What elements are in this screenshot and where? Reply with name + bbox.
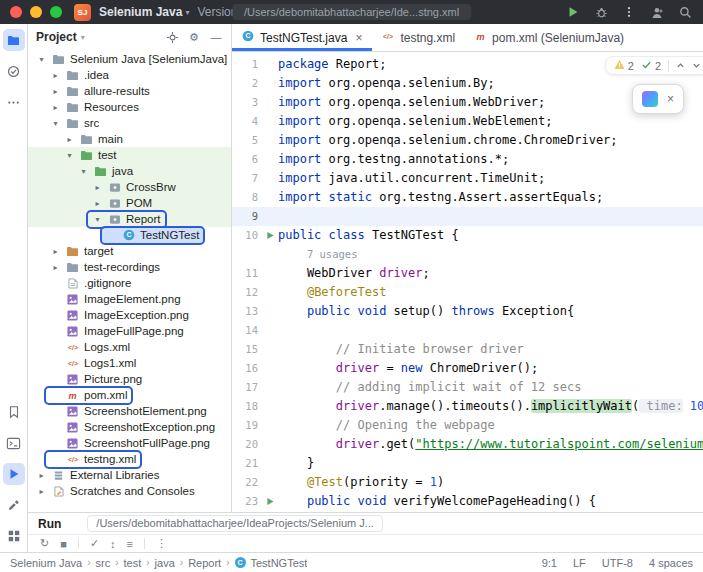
- tree-item-main[interactable]: ▸main: [28, 131, 231, 147]
- more-icon[interactable]: [621, 4, 637, 20]
- tree-item-external-libraries[interactable]: ▸External Libraries: [28, 467, 231, 483]
- debug-icon[interactable]: [593, 4, 609, 20]
- line-number[interactable]: 21: [232, 454, 262, 473]
- chevron-right-icon[interactable]: ▸: [50, 263, 61, 272]
- line-number[interactable]: 20: [232, 435, 262, 454]
- tree-item-gitignore[interactable]: .gitignore: [28, 275, 231, 291]
- chevron-right-icon[interactable]: ▸: [50, 87, 61, 96]
- line-number[interactable]: 12: [232, 283, 262, 302]
- tree-item-resources[interactable]: ▸Resources: [28, 99, 231, 115]
- breadcrumb-item[interactable]: Report: [188, 557, 221, 569]
- tree-item-picture-png[interactable]: Picture.png: [28, 371, 231, 387]
- run-config-path[interactable]: /Users/debomitabhattacharjee/IdeaProject…: [87, 515, 383, 532]
- file-encoding[interactable]: UTF-8: [602, 557, 633, 569]
- close-icon[interactable]: ×: [667, 93, 674, 105]
- line-number[interactable]: 23: [232, 492, 262, 511]
- caret-position[interactable]: 9:1: [542, 557, 557, 569]
- tree-item-imageexception-png[interactable]: ImageException.png: [28, 307, 231, 323]
- indent-style[interactable]: 4 spaces: [649, 557, 693, 569]
- line-number[interactable]: 8: [232, 188, 262, 207]
- toolstrip-build-button[interactable]: [3, 494, 25, 516]
- run-gutter-icon[interactable]: [262, 492, 278, 511]
- tree-item-idea[interactable]: ▸.idea: [28, 67, 231, 83]
- code-line[interactable]: 20 driver.get("https://www.tutorialspoin…: [232, 435, 703, 454]
- tree-item-screenshotexception-png[interactable]: ScreenshotException.png: [28, 419, 231, 435]
- chevron-right-icon[interactable]: ▸: [36, 471, 47, 480]
- line-number[interactable]: 18: [232, 397, 262, 416]
- chevron-right-icon[interactable]: ▸: [50, 103, 61, 112]
- code-line[interactable]: 7import java.util.concurrent.TimeUnit;: [232, 169, 703, 188]
- breadcrumb-item[interactable]: Selenium Java: [10, 557, 82, 569]
- prev-problem-icon[interactable]: [676, 60, 685, 72]
- chevron-down-icon[interactable]: ▾: [36, 55, 47, 64]
- tree-item-test-recordings[interactable]: ▸test-recordings: [28, 259, 231, 275]
- tree-item-logs1-xml[interactable]: </>Logs1.xml: [28, 355, 231, 371]
- settings-icon[interactable]: ⚙: [187, 30, 201, 44]
- toolstrip-terminal-button[interactable]: [3, 432, 25, 454]
- sort-icon[interactable]: ↕: [110, 538, 116, 550]
- run-icon[interactable]: [565, 4, 581, 20]
- open-file-path[interactable]: /Users/debomitabhattacharjee/Ide...stng.…: [232, 4, 471, 20]
- line-number[interactable]: 3: [232, 93, 262, 112]
- tree-item-pom[interactable]: ▸POM: [28, 195, 231, 211]
- zoom-window-button[interactable]: [50, 6, 62, 18]
- line-number[interactable]: 7: [232, 169, 262, 188]
- breadcrumb-item[interactable]: java: [155, 557, 175, 569]
- code-line[interactable]: 13 public void setup() throws Exception{: [232, 302, 703, 321]
- line-number[interactable]: 9: [232, 207, 262, 226]
- breadcrumb-item[interactable]: test: [124, 557, 142, 569]
- chevron-down-icon[interactable]: ▾: [64, 151, 75, 160]
- code-line[interactable]: 22 @Test(priority = 1): [232, 473, 703, 492]
- chevron-right-icon[interactable]: ▸: [50, 247, 61, 256]
- chevron-right-icon[interactable]: ▸: [50, 71, 61, 80]
- line-number[interactable]: 16: [232, 359, 262, 378]
- toolstrip-more-button[interactable]: [3, 91, 25, 113]
- tree-item-testng-xml[interactable]: </>testng.xml: [28, 451, 231, 467]
- chevron-down-icon[interactable]: ▾: [78, 167, 89, 176]
- editor-tab[interactable]: </>testng.xml: [372, 24, 465, 51]
- tree-item-logs-xml[interactable]: </>Logs.xml: [28, 339, 231, 355]
- tree-item-crossbrw[interactable]: ▸CrossBrw: [28, 179, 231, 195]
- code-line[interactable]: 23 public void verifyWelcomePageHeading(…: [232, 492, 703, 511]
- line-number[interactable]: 6: [232, 150, 262, 169]
- line-number[interactable]: 22: [232, 473, 262, 492]
- breadcrumb-item[interactable]: src: [96, 557, 111, 569]
- toolstrip-commit-button[interactable]: [3, 60, 25, 82]
- check-icon[interactable]: ✓: [90, 537, 99, 550]
- line-number[interactable]: [232, 245, 262, 264]
- line-number[interactable]: 1: [232, 55, 262, 74]
- tree-item-java[interactable]: ▾java: [28, 163, 231, 179]
- hide-panel-icon[interactable]: —: [209, 30, 223, 44]
- code-line[interactable]: 6import org.testng.annotations.*;: [232, 150, 703, 169]
- editor-tab[interactable]: mpom.xml (SeleniumJava): [465, 24, 634, 51]
- close-window-button[interactable]: [10, 6, 22, 18]
- toolstrip-services-button[interactable]: [3, 525, 25, 547]
- line-number[interactable]: 4: [232, 112, 262, 131]
- chevron-right-icon[interactable]: ▸: [92, 183, 103, 192]
- toolstrip-run-button[interactable]: [3, 463, 25, 485]
- code-line[interactable]: 12 @BeforeTest: [232, 283, 703, 302]
- code-line[interactable]: 18 driver.manage().timeouts().implicitly…: [232, 397, 703, 416]
- tab-options-icon[interactable]: ⋮: [694, 24, 703, 51]
- tree-item-scratches-and-consoles[interactable]: ▸Scratches and Consoles: [28, 483, 231, 499]
- line-number[interactable]: 15: [232, 340, 262, 359]
- close-icon[interactable]: ×: [355, 31, 362, 45]
- minimize-window-button[interactable]: [30, 6, 42, 18]
- list-icon[interactable]: ≡: [127, 538, 133, 550]
- locate-file-icon[interactable]: [165, 30, 179, 44]
- tree-item-selenium-java-seleniumjava[interactable]: ▾Selenium Java [SeleniumJava]~/IdeaProje…: [28, 51, 231, 67]
- code-line[interactable]: 11 WebDriver driver;: [232, 264, 703, 283]
- code-line[interactable]: 21 }: [232, 454, 703, 473]
- line-number[interactable]: 14: [232, 321, 262, 340]
- inspections-widget[interactable]: 2 2: [605, 56, 703, 75]
- run-gutter-icon[interactable]: [262, 226, 278, 245]
- tree-item-testngtest[interactable]: CTestNGTest: [28, 227, 231, 243]
- tree-item-pom-xml[interactable]: mpom.xml: [28, 387, 231, 403]
- code-line[interactable]: 7 usages: [232, 245, 703, 264]
- chevron-right-icon[interactable]: ▸: [36, 487, 47, 496]
- code-line[interactable]: 17 // adding implicit wait of 12 secs: [232, 378, 703, 397]
- tree-item-imageelement-png[interactable]: ImageElement.png: [28, 291, 231, 307]
- toolstrip-project-button[interactable]: [3, 29, 25, 51]
- breadcrumb-item[interactable]: TestNGTest: [251, 557, 308, 569]
- tree-item-target[interactable]: ▸target: [28, 243, 231, 259]
